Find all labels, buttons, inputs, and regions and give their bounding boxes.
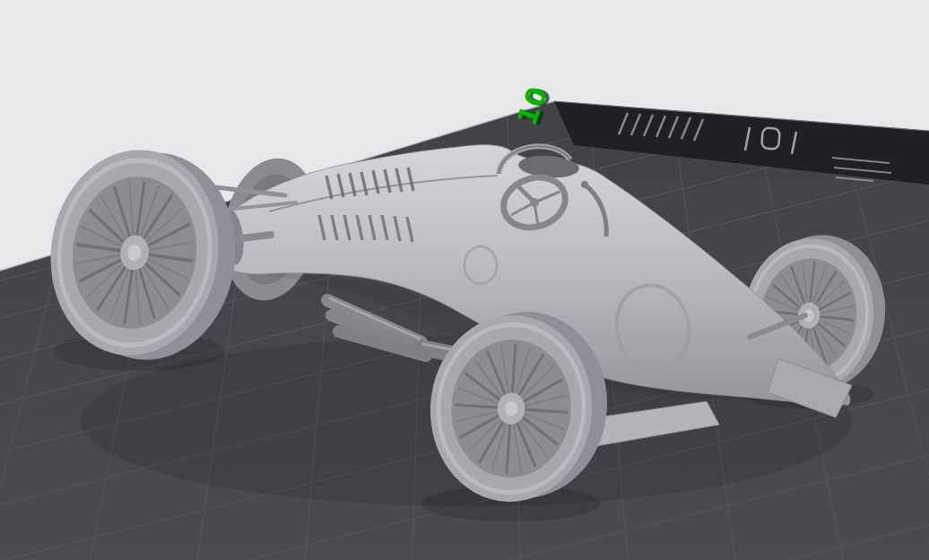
slicer-3d-viewport[interactable]: 10 10 <box>0 0 929 560</box>
